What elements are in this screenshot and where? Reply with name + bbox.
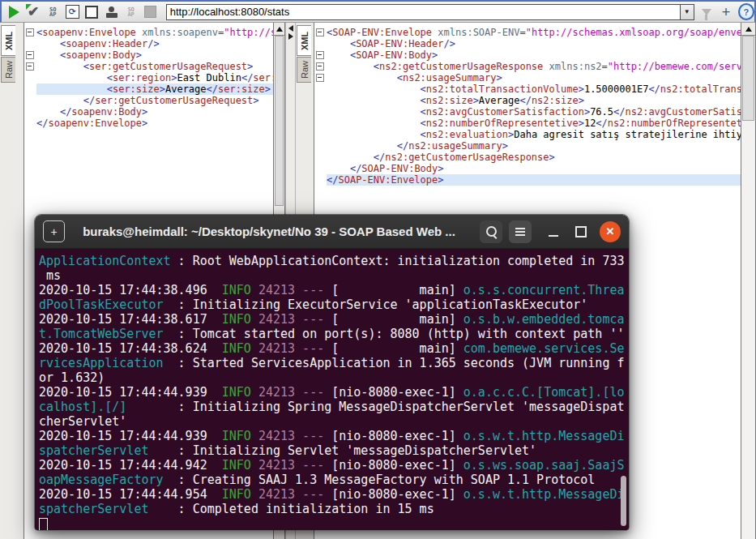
terminal-search-button[interactable]	[480, 220, 502, 243]
gutter-cell	[314, 163, 327, 174]
terminal-token: 2020-10-15 17:44:44.939	[39, 385, 222, 400]
soap-view-button[interactable]: SO AP	[45, 4, 60, 20]
submit-request-button[interactable]	[6, 4, 21, 20]
xml-token: East Dublin	[177, 72, 241, 83]
endpoint-url-input[interactable]	[166, 4, 681, 20]
scroll-up-button[interactable]	[741, 23, 755, 36]
xml-line-text: </SOAP-ENV:Envelope>	[327, 174, 741, 186]
xml-line: <ser:size>Average</ser:size>	[24, 83, 273, 95]
stop-button[interactable]	[84, 4, 99, 20]
terminal-token: o.s.ws.soap.saaj.SaajS	[463, 458, 625, 473]
tab-request-xml[interactable]: XML	[1, 25, 15, 56]
splitter-collapse-left-icon[interactable]	[288, 25, 293, 32]
terminal-scrollbar-thumb[interactable]	[621, 476, 626, 526]
xml-line-text: <soapenv:Envelope xmlns:soapenv="http://…	[36, 27, 273, 38]
xml-token: soapenv:Envelope	[42, 27, 136, 38]
terminal-titlebar[interactable]: + buraks@heimdall: ~/Desktop/skynet/No 3…	[35, 215, 629, 249]
gutter-cell	[24, 27, 36, 38]
fold-toggle-icon[interactable]	[316, 62, 324, 71]
xml-line-text: <ser:size>Average</ser:size>	[36, 83, 273, 95]
xml-token: >	[497, 72, 502, 83]
terminal-row: 2020-10-15 17:44:38.617 INFO 24213 --- […	[39, 312, 629, 327]
terminal-window: + buraks@heimdall: ~/Desktop/skynet/No 3…	[34, 214, 630, 531]
terminal-token: t.TomcatWebServer	[39, 327, 164, 341]
xml-line-text: <ns2:evaluation>Daha agresit satış strat…	[327, 129, 741, 140]
gutter-cell	[314, 174, 327, 186]
terminal-row: ApplicationContext : Root WebApplication…	[39, 254, 629, 268]
scroll-up-button[interactable]	[274, 23, 284, 36]
xml-token: >	[265, 83, 271, 95]
terminal-token: 24213 ---	[258, 283, 324, 297]
scrollbar-thumb[interactable]	[275, 36, 284, 206]
terminal-output[interactable]: ApplicationContext : Root WebApplication…	[35, 249, 629, 531]
new-tab-button[interactable]: +	[43, 220, 65, 242]
fold-toggle-icon[interactable]	[26, 62, 34, 71]
help-icon: ?	[738, 3, 754, 20]
xml-token	[327, 95, 421, 106]
xml-token: ns2:totalTransaction	[660, 83, 741, 95]
xml-token: ns2:numberOfRepresentetive	[608, 118, 741, 129]
minimize-button[interactable]	[543, 221, 564, 242]
xml-token: ns2:evaluation	[426, 129, 508, 140]
xml-line: <SOAP-ENV:Envelope xmlns:SOAP-ENV="http:…	[314, 27, 741, 38]
xml-token	[36, 38, 60, 49]
tab-response-raw[interactable]: Raw	[297, 57, 311, 83]
terminal-token: [ main]	[324, 341, 463, 356]
terminal-menu-button[interactable]	[509, 220, 532, 243]
xml-token: "http://bemewe.com/services	[608, 61, 741, 72]
xml-line-text: </soapenv:Body>	[36, 106, 273, 118]
tab-request-raw[interactable]: Raw	[1, 57, 15, 83]
terminal-token: 2020-10-15 17:44:38.617	[39, 312, 222, 327]
terminal-token: 2020-10-15 17:44:44.939	[39, 429, 222, 443]
xml-line-text: <SOAP-ENV:Envelope xmlns:SOAP-ENV="http:…	[327, 27, 741, 38]
gutter-cell	[314, 140, 327, 152]
terminal-row: spatcherServlet : Initializing Servlet '…	[39, 443, 629, 458]
close-button[interactable]: ✕	[600, 221, 621, 242]
play-icon	[9, 6, 19, 19]
soap-icon: SO AP	[49, 7, 56, 17]
terminal-row: 2020-10-15 17:44:44.939 INFO 24213 --- […	[39, 385, 629, 400]
fold-toggle-icon[interactable]	[316, 51, 324, 59]
splitter-collapse-right-icon[interactable]	[288, 33, 293, 40]
terminal-token: INFO	[222, 341, 251, 356]
xml-token: =	[602, 61, 608, 72]
response-scrollbar[interactable]	[741, 23, 756, 539]
xml-token	[136, 27, 142, 38]
maximize-button[interactable]	[570, 221, 592, 242]
add-to-testcase-button[interactable]: ✔	[26, 4, 41, 20]
xml-token: </	[350, 163, 361, 174]
recreate-request-button[interactable]: ⟳	[65, 4, 79, 20]
endpoint-dropdown-button[interactable]: ▼	[681, 4, 694, 20]
minimize-icon	[549, 235, 558, 237]
xml-token: >	[247, 61, 253, 72]
help-button[interactable]: ?	[738, 4, 754, 20]
xml-token	[327, 129, 421, 140]
terminal-row: or 1.632)	[39, 370, 629, 385]
xml-token	[36, 95, 83, 106]
xml-token	[327, 61, 374, 72]
stamp-button[interactable]	[104, 4, 118, 20]
gutter-cell	[314, 83, 327, 95]
terminal-row: 2020-10-15 17:44:44.939 INFO 24213 --- […	[39, 429, 629, 443]
terminal-row: calhost].[/] : Initializing Spring Messa…	[39, 400, 629, 414]
xml-line-text: </ns2:getCustomerUsageResponse>	[327, 152, 741, 163]
fold-toggle-icon[interactable]	[316, 28, 324, 36]
xml-line-text: <SOAP-ENV:Header/>	[327, 38, 741, 49]
add-header-button[interactable]: +	[719, 4, 733, 20]
fold-toggle-icon[interactable]	[26, 51, 34, 59]
xml-token: ser:size	[218, 83, 265, 95]
fold-toggle-icon[interactable]	[316, 74, 324, 82]
xml-token: 76.5	[590, 106, 613, 118]
fold-toggle-icon[interactable]	[26, 28, 34, 36]
terminal-token	[251, 341, 258, 356]
scrollbar-thumb[interactable]	[742, 36, 754, 121]
xml-token: "http://sch	[224, 27, 273, 38]
xml-token: ns2:getCustomerUsageResponse	[385, 152, 549, 163]
xml-token: SOAP-ENV:Body	[361, 163, 438, 174]
tab-response-xml[interactable]: XML	[297, 25, 311, 56]
xml-line: </SOAP-ENV:Body>	[314, 163, 741, 174]
terminal-token: INFO	[222, 283, 251, 297]
xml-token: <	[421, 106, 426, 118]
gutter-cell	[314, 129, 327, 140]
terminal-token: or 1.632)	[39, 370, 105, 385]
